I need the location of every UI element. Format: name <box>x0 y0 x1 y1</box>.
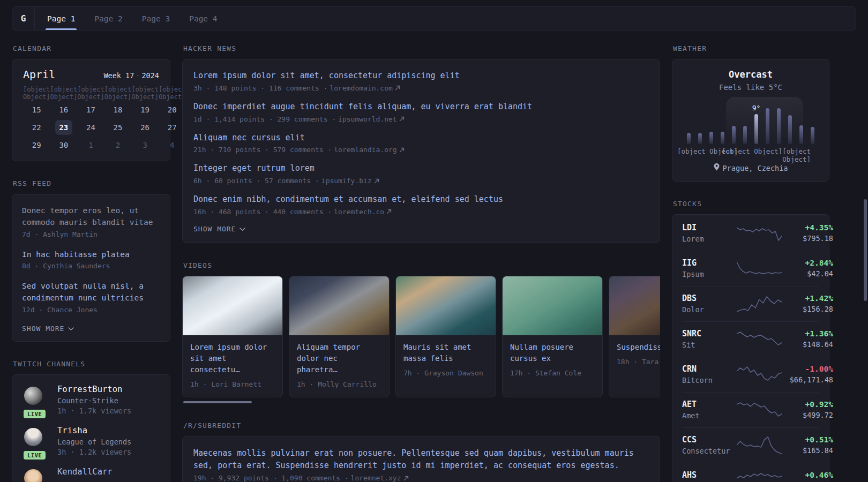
page-tab[interactable]: Page 3 <box>140 7 171 30</box>
video-title[interactable]: Lorem ipsum dolor sit amet consectetu… <box>190 342 275 375</box>
twitch-channel-item[interactable]: LIVE Trisha League of Legends 3h · 1.2k … <box>22 426 160 456</box>
stock-symbol: CCS <box>682 435 737 445</box>
rss-item-title[interactable]: In hac habitasse platea <box>22 249 160 261</box>
hackernews-item-domain[interactable]: ipsumify.biz <box>321 177 372 185</box>
video-card[interactable]: Lorem ipsum dolor sit amet consectetu… 1… <box>182 276 283 397</box>
weather-location: Prague, Czechia <box>683 163 818 172</box>
hackernews-item-domain[interactable]: loremdomain.com <box>330 84 392 92</box>
video-title[interactable]: Nullam posuere cursus ex <box>510 342 595 364</box>
video-title[interactable]: Mauris sit amet massa felis <box>403 342 488 364</box>
calendar-year: 2024 <box>141 71 159 80</box>
stock-symbol: CRN <box>682 364 737 374</box>
stock-row[interactable]: AET Amet +0.92% $499.72 <box>682 392 819 427</box>
twitch-avatar-wrap: LIVE <box>22 385 49 415</box>
calendar-day-header: [object Object] <box>159 86 186 100</box>
calendar-month: April <box>23 68 55 81</box>
hackernews-item-title[interactable]: Donec imperdiet augue tincidunt felis al… <box>193 101 649 113</box>
calendar-grid: [object Object] [object Object] [object … <box>23 86 159 153</box>
hackernews-item-domain[interactable]: ipsumworld.net <box>338 115 397 123</box>
stock-sparkline <box>737 259 782 279</box>
reddit-post-title[interactable]: Maecenas mollis pulvinar erat non posuer… <box>193 447 649 472</box>
video-thumbnail <box>609 276 660 335</box>
page-tab[interactable]: Page 1 <box>46 7 77 30</box>
twitch-channel-item[interactable]: KendallCarr <box>22 467 160 482</box>
weather-bar <box>777 101 781 144</box>
calendar-day: 27 <box>159 119 186 135</box>
stock-change-percent: -1.00% <box>782 365 833 373</box>
rss-item-title[interactable]: Donec tempor eros leo, ut commodo mauris… <box>22 205 160 229</box>
weather-bar <box>743 101 747 144</box>
calendar-day: 23 <box>50 119 78 135</box>
video-card[interactable]: Nullam posuere cursus ex 17h · Stefan Co… <box>502 276 603 397</box>
external-link-icon <box>386 209 392 214</box>
hackernews-item-title[interactable]: Integer eget rutrum lorem <box>193 163 649 175</box>
video-card[interactable]: Suspendisse diam 18h · Tara <box>609 276 660 397</box>
hackernews-item-meta: 21h · 710 points · 579 comments · loreml… <box>193 146 649 154</box>
page-tab[interactable]: Page 2 <box>93 7 124 30</box>
videos-scrollbar-thumb[interactable] <box>183 401 252 403</box>
weather-hour-labels: [object Object] [object Object] [object … <box>683 147 818 157</box>
twitch-game: Counter-Strike <box>57 396 131 405</box>
calendar-day: 18 <box>104 101 132 118</box>
hackernews-item-title[interactable]: Lorem ipsum dolor sit amet, consectetur … <box>193 70 649 82</box>
twitch-avatar-wrap: LIVE <box>22 426 49 456</box>
videos-row: Lorem ipsum dolor sit amet consectetu… 1… <box>182 276 660 397</box>
stocks-section-title: STOCKS <box>673 200 829 208</box>
stock-name: Amet <box>682 411 737 420</box>
reddit-post-domain[interactable]: loremnet.xyz <box>351 474 401 482</box>
stock-row[interactable]: CRN Bitcorn -1.00% $66,171.48 <box>682 357 819 392</box>
weather-section-title: WEATHER <box>673 44 829 52</box>
chevron-down-icon <box>240 225 245 233</box>
calendar-day: 24 <box>77 119 104 135</box>
video-card[interactable]: Aliquam tempor dolor nec pharetra… 1h · … <box>289 276 390 397</box>
stock-price: $499.72 <box>782 411 833 420</box>
avatar <box>22 385 44 407</box>
video-thumbnail <box>183 276 282 335</box>
rss-item-meta: 12d · Chance Jones <box>22 306 160 314</box>
video-title[interactable]: Aliquam tempor dolor nec pharetra… <box>297 342 381 375</box>
stock-sparkline <box>737 365 782 385</box>
video-title[interactable]: Suspendisse diam <box>617 342 660 353</box>
stock-row[interactable]: IIG Ipsum +2.84% $42.04 <box>682 251 819 286</box>
stock-change-percent: +1.36% <box>782 329 833 338</box>
hackernews-item: Integer eget rutrum lorem 6h · 60 points… <box>193 163 649 185</box>
video-thumbnail <box>396 276 496 335</box>
rss-item: Sed volutpat nulla nisl, a condimentum n… <box>22 281 160 314</box>
rss-item-title[interactable]: Sed volutpat nulla nisl, a condimentum n… <box>22 281 160 304</box>
rss-show-more-button[interactable]: SHOW MORE <box>22 325 160 333</box>
twitch-channel-name[interactable]: KendallCarr <box>57 467 113 477</box>
hackernews-item-title[interactable]: Aliquam nec cursus elit <box>193 132 649 144</box>
stock-price: $165.84 <box>782 446 833 455</box>
stock-row[interactable]: CCS Consectetur +0.51% $165.84 <box>682 427 819 463</box>
stock-row[interactable]: SNRC Sit +1.36% $148.64 <box>682 321 819 357</box>
separator-dot: · <box>136 71 140 80</box>
hackernews-item-meta: 6h · 60 points · 57 comments · ipsumify.… <box>193 177 649 185</box>
twitch-channel-name[interactable]: Trisha <box>57 426 131 435</box>
calendar-day: 4 <box>159 137 186 153</box>
hackernews-item-domain[interactable]: loremtech.co <box>334 208 384 216</box>
page-scrollbar-thumb[interactable] <box>864 199 867 301</box>
weather-bar <box>788 101 792 144</box>
stock-row[interactable]: AHS +0.46% <box>682 463 819 482</box>
video-meta: 18h · Tara <box>617 358 660 366</box>
video-card[interactable]: Mauris sit amet massa felis 7h · Grayson… <box>395 276 496 397</box>
twitch-channel-name[interactable]: ForrestBurton <box>57 385 131 394</box>
stock-change-percent: +4.35% <box>782 223 833 232</box>
hackernews-item-meta: 1d · 1,414 points · 299 comments · ipsum… <box>193 115 649 123</box>
calendar-day-header: [object Object] <box>23 86 50 100</box>
hackernews-show-more-button[interactable]: SHOW MORE <box>193 225 649 233</box>
page-tab[interactable]: Page 4 <box>188 7 219 30</box>
hackernews-item-title[interactable]: Donec enim nibh, condimentum et accumsan… <box>193 194 649 206</box>
stock-row[interactable]: LDI Lorem +4.35% $795.18 <box>682 216 819 251</box>
stock-row[interactable]: DBS Dolor +1.42% $156.28 <box>682 286 819 321</box>
hackernews-item-domain[interactable]: loremlandia.org <box>334 146 396 154</box>
twitch-section-title: TWITCH CHANNELS <box>13 360 170 368</box>
twitch-channel-item[interactable]: LIVE ForrestBurton Counter-Strike 1h · 1… <box>22 385 160 415</box>
twitch-widget: TWITCH CHANNELS LIVE ForrestBurton Count… <box>12 360 170 482</box>
stock-symbol: IIG <box>682 258 737 268</box>
stock-name: Lorem <box>682 235 737 244</box>
hackernews-card: Lorem ipsum dolor sit amet, consectetur … <box>182 59 660 243</box>
weather-bar <box>698 101 702 144</box>
video-meta: 7h · Grayson Dawson <box>403 369 488 377</box>
weather-bar <box>686 101 691 144</box>
